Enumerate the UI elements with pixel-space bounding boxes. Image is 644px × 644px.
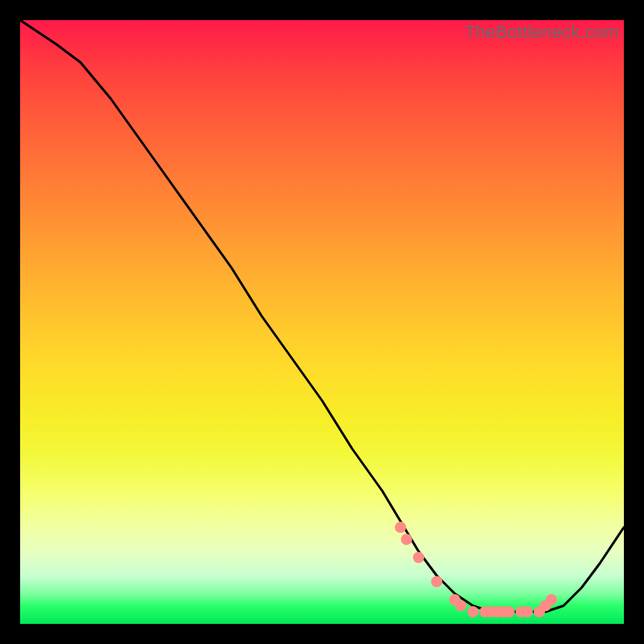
curve-line xyxy=(20,20,624,612)
curve-marker xyxy=(401,534,412,545)
curve-marker xyxy=(468,606,479,617)
marker-group xyxy=(395,522,558,617)
curve-marker xyxy=(456,601,467,612)
curve-marker xyxy=(395,522,407,533)
chart-frame: TheBottleneck.com xyxy=(0,0,644,644)
bottleneck-curve xyxy=(20,20,624,624)
curve-marker xyxy=(522,606,533,617)
plot-area: TheBottleneck.com xyxy=(20,20,624,624)
curve-marker xyxy=(546,594,557,605)
curve-marker xyxy=(431,576,443,588)
curve-marker xyxy=(413,552,424,564)
curve-marker xyxy=(504,606,515,617)
